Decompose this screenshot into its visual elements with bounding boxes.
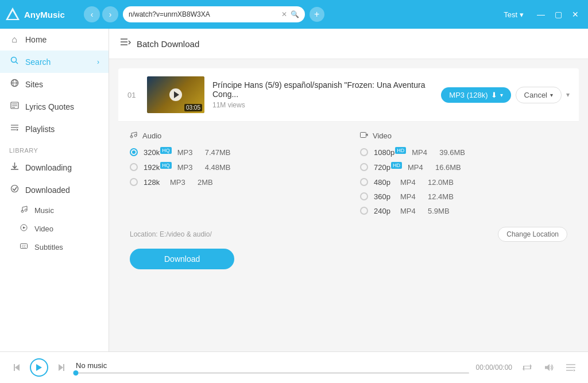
sidebar-label-downloaded: Downloaded <box>25 185 70 195</box>
video-option-480p[interactable]: 480p MP4 12.0MB <box>360 178 567 187</box>
lyrics-icon <box>9 101 20 112</box>
user-name: Test <box>504 10 517 19</box>
svg-point-2 <box>11 57 16 63</box>
video-option-720p[interactable]: 720pHD MP4 16.6MB <box>360 163 567 172</box>
forward-button[interactable]: › <box>102 6 118 22</box>
svg-text:CC: CC <box>22 245 26 248</box>
audio-option-128k[interactable]: 128k MP3 2MB <box>130 178 337 187</box>
sidebar-item-search[interactable]: Search › <box>0 51 109 73</box>
add-tab-button[interactable]: + <box>310 7 324 22</box>
url-bar[interactable]: n/watch?v=unrnXB8W3XA ✕ 🔍 <box>123 6 305 22</box>
player-right-controls <box>519 359 579 376</box>
sidebar-item-downloading[interactable]: Downloading <box>0 156 109 179</box>
video-size-1080p: 39.6MB <box>439 148 465 157</box>
back-button[interactable]: ‹ <box>84 6 100 22</box>
audio-column: Audio 320kHQ MP3 7.47MB <box>130 131 337 221</box>
video-radio-480p[interactable] <box>360 178 368 186</box>
audio-radio-320k[interactable] <box>130 148 138 156</box>
sidebar-label-search: Search <box>25 57 51 67</box>
svg-line-3 <box>16 62 18 64</box>
video-size-240p: 5.9MB <box>428 207 450 215</box>
player-queue-button[interactable] <box>563 359 579 376</box>
audio-option-192k[interactable]: 192kHQ MP3 4.48MB <box>130 163 337 172</box>
video-title: Príncipe Hans (5/9) español/spanish "Fro… <box>212 80 433 99</box>
audio-size-128k: 2MB <box>198 178 213 187</box>
svg-marker-21 <box>23 227 26 229</box>
sidebar-item-sites[interactable]: Sites <box>0 73 109 95</box>
player-volume-button[interactable] <box>541 359 557 376</box>
library-header: Library <box>0 140 109 156</box>
svg-rect-32 <box>14 364 15 371</box>
video-option-360p[interactable]: 360p MP4 12.4MB <box>360 192 567 201</box>
home-icon: ⌂ <box>9 34 20 45</box>
player-prev-button[interactable] <box>9 359 25 376</box>
svg-marker-14 <box>17 129 18 131</box>
video-size-360p: 12.4MB <box>428 192 454 201</box>
video-radio-1080p[interactable] <box>360 148 368 156</box>
batch-download-header: Batch Download <box>109 29 588 59</box>
sidebar-item-video[interactable]: Video <box>0 219 109 238</box>
player-repeat-button[interactable] <box>519 359 535 376</box>
video-actions: MP3 (128k) ⬇ ▾ Cancel ▾ ▾ <box>441 87 570 103</box>
download-button[interactable]: Download <box>130 249 234 269</box>
cancel-label: Cancel <box>524 91 547 99</box>
sidebar-item-home[interactable]: ⌂ Home <box>0 29 109 51</box>
sidebar-item-subtitles[interactable]: CC Subtitles <box>0 238 109 256</box>
card-collapse-icon[interactable]: ▾ <box>566 91 570 99</box>
svg-rect-35 <box>63 364 64 371</box>
user-menu[interactable]: Test ▾ <box>504 10 524 19</box>
svg-marker-33 <box>36 364 42 371</box>
audio-size-320k: 7.47MB <box>205 148 231 157</box>
video-radio-720p[interactable] <box>360 163 368 171</box>
minimize-button[interactable]: — <box>533 6 549 22</box>
content-scroll: 01 03:05 Príncipe Hans (5/9) español/spa… <box>109 59 588 351</box>
player-progress-bar[interactable] <box>76 372 469 374</box>
maximize-button[interactable]: ▢ <box>550 6 566 22</box>
sidebar: ⌂ Home Search › Sites Lyrics Quotes <box>0 29 109 351</box>
video-quality-480p: 480p <box>374 178 394 187</box>
video-views: 11M views <box>212 101 433 109</box>
batch-icon <box>121 38 131 49</box>
video-icon <box>18 224 29 233</box>
downloaded-icon <box>9 184 20 195</box>
audio-option-320k[interactable]: 320kHQ MP3 7.47MB <box>130 148 337 157</box>
format-select-button[interactable]: MP3 (128k) ⬇ ▾ <box>441 87 510 103</box>
audio-radio-128k[interactable] <box>130 178 138 186</box>
player-next-button[interactable] <box>53 359 69 376</box>
nav-buttons: ‹ › <box>84 6 118 22</box>
change-location-button[interactable]: Change Location <box>498 227 567 242</box>
video-number: 01 <box>127 91 139 99</box>
cancel-button[interactable]: Cancel ▾ <box>516 87 562 103</box>
sidebar-item-playlists[interactable]: Playlists <box>0 118 109 140</box>
app-name: AnyMusic <box>24 10 65 20</box>
player-song-label: No music <box>76 361 469 370</box>
video-column: Video 1080pHD MP4 39.6MB <box>360 131 567 221</box>
player-play-button[interactable] <box>30 358 48 377</box>
sidebar-label-downloading: Downloading <box>25 163 72 172</box>
video-thumbnail: 03:05 <box>147 76 204 113</box>
url-text: n/watch?v=unrnXB8W3XA <box>129 10 278 18</box>
video-option-1080p[interactable]: 1080pHD MP4 39.6MB <box>360 148 567 157</box>
sidebar-label-sites: Sites <box>25 80 43 89</box>
batch-download-title: Batch Download <box>137 39 199 49</box>
sidebar-item-music[interactable]: Music <box>0 201 109 219</box>
video-quality-360p: 360p <box>374 192 394 201</box>
video-size-480p: 12.0MB <box>428 178 454 187</box>
video-header: 01 03:05 Príncipe Hans (5/9) español/spa… <box>118 68 579 122</box>
sidebar-item-downloaded[interactable]: Downloaded <box>0 179 109 201</box>
download-arrow-icon: ⬇ <box>491 91 497 99</box>
video-radio-240p[interactable] <box>360 207 368 215</box>
close-button[interactable]: ✕ <box>567 6 583 22</box>
url-search-icon[interactable]: 🔍 <box>291 10 299 18</box>
url-close-icon[interactable]: ✕ <box>281 10 287 18</box>
video-quality-1080p: 1080pHD <box>374 148 406 157</box>
sidebar-label-subtitles: Subtitles <box>34 243 63 252</box>
video-quality-720p: 720pHD <box>374 163 402 172</box>
player-time: 00:00/00:00 <box>476 363 512 372</box>
video-option-240p[interactable]: 240p MP4 5.9MB <box>360 207 567 215</box>
audio-radio-192k[interactable] <box>130 163 138 171</box>
content-area: Batch Download 01 03:05 <box>109 29 588 351</box>
video-radio-360p[interactable] <box>360 192 368 200</box>
sidebar-item-lyrics[interactable]: Lyrics Quotes <box>0 95 109 118</box>
audio-type-192k: MP3 <box>177 163 199 172</box>
